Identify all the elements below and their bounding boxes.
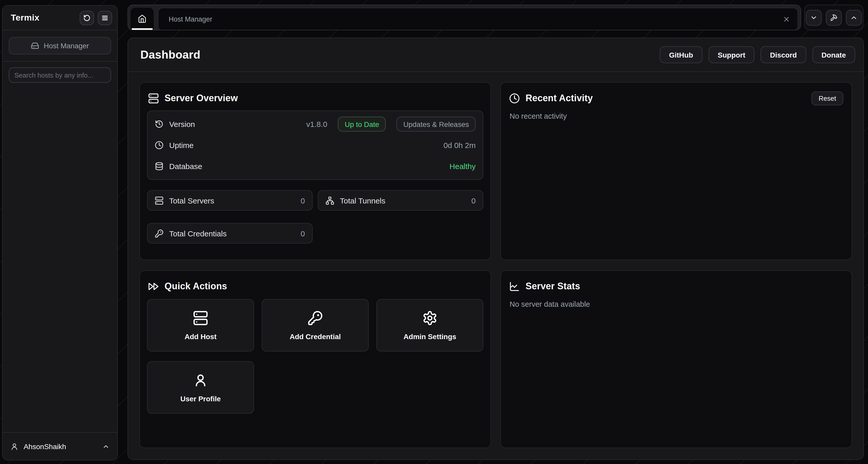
donate-button[interactable]: Donate [812, 46, 855, 63]
window-controls [804, 5, 863, 30]
gear-icon [422, 310, 438, 326]
tab-host-manager[interactable]: Host Manager [158, 8, 798, 30]
dashboard-content: Server Overview Version v1.8.0 Up to Dat… [128, 72, 863, 459]
quick-action-label: Add Host [185, 332, 216, 340]
brand-logo: Termix [11, 12, 39, 23]
database-icon [155, 162, 163, 171]
tools-button[interactable] [826, 9, 842, 26]
user-profile-button[interactable]: User Profile [147, 361, 254, 413]
fast-forward-icon [148, 281, 159, 292]
sidebar: Termix Host Manager [2, 5, 118, 460]
server-icon [148, 93, 159, 103]
recent-activity-card: Recent Activity Reset No recent activity [500, 82, 852, 260]
close-tab-icon[interactable] [783, 15, 790, 23]
quick-action-label: Add Credential [289, 332, 341, 340]
server-stats-empty-text: No server data available [509, 300, 843, 308]
server-stats-card: Server Stats No server data available [500, 270, 852, 448]
hard-drive-icon [31, 42, 39, 50]
app-root: Termix Host Manager [0, 0, 868, 464]
recent-activity-header: Recent Activity Reset [508, 92, 844, 104]
key-icon [308, 310, 323, 326]
stat-label: Total Tunnels [340, 196, 466, 205]
refresh-button[interactable] [80, 10, 94, 25]
stat-label: Total Servers [169, 196, 295, 205]
totals-grid: Total Servers 0 Total Tunnels 0 [147, 190, 484, 243]
total-credentials-tile: Total Credentials 0 [147, 223, 313, 243]
version-value: v1.8.0 [306, 120, 327, 129]
search-input[interactable] [9, 67, 111, 83]
stat-value: 0 [301, 229, 305, 238]
add-host-button[interactable]: Add Host [147, 299, 254, 352]
sidebar-section-host-manager: Host Manager [3, 30, 117, 62]
stat-value: 0 [301, 196, 305, 205]
up-to-date-badge: Up to Date [338, 117, 386, 132]
sidebar-item-host-manager[interactable]: Host Manager [9, 37, 111, 55]
sidebar-header-buttons [80, 10, 112, 25]
database-row: Database Healthy [155, 156, 476, 177]
card-title: Quick Actions [164, 281, 227, 292]
server-overview-card: Server Overview Version v1.8.0 Up to Dat… [140, 82, 491, 260]
version-label: Version [169, 120, 301, 129]
chevron-up-icon [850, 13, 858, 21]
rotate-ccw-icon [83, 14, 91, 21]
tab-home[interactable] [131, 8, 154, 30]
quick-actions-card: Quick Actions Add Host Add Credential [140, 270, 491, 448]
line-chart-icon [509, 281, 520, 292]
recent-activity-empty-text: No recent activity [509, 112, 843, 120]
stat-value: 0 [471, 196, 476, 205]
collapse-button[interactable] [806, 9, 822, 26]
tab-label: Host Manager [169, 15, 783, 23]
total-servers-tile: Total Servers 0 [147, 190, 313, 211]
version-row: Version v1.8.0 Up to Date Updates & Rele… [155, 113, 476, 135]
stat-label: Total Credentials [169, 229, 295, 238]
page-title: Dashboard [141, 48, 654, 61]
discord-button[interactable]: Discord [761, 46, 806, 63]
page-header: Dashboard GitHub Support Discord Donate [128, 38, 863, 72]
sidebar-header: Termix [3, 6, 117, 30]
quick-action-label: Admin Settings [403, 332, 456, 340]
username-label: AhsonShaikh [24, 442, 97, 451]
updates-releases-button[interactable]: Updates & Releases [397, 117, 476, 132]
quick-actions-grid: Add Host Add Credential Admin Settings [147, 299, 484, 413]
admin-settings-button[interactable]: Admin Settings [376, 299, 484, 352]
database-label: Database [169, 162, 444, 171]
key-icon [155, 229, 163, 238]
server-stats-header: Server Stats [508, 280, 844, 292]
reset-button[interactable]: Reset [811, 91, 843, 105]
user-menu[interactable]: AhsonShaikh [3, 432, 117, 460]
clock-icon [509, 93, 520, 103]
card-title: Recent Activity [526, 93, 593, 103]
network-icon [326, 196, 334, 205]
history-icon [155, 120, 163, 129]
expand-button[interactable] [846, 9, 862, 26]
uptime-label: Uptime [169, 141, 438, 150]
uptime-value: 0d 0h 2m [443, 141, 476, 150]
sidebar-item-label: Host Manager [44, 42, 89, 50]
total-tunnels-tile: Total Tunnels 0 [318, 190, 484, 211]
tab-bar: Host Manager [127, 5, 801, 30]
chevron-up-icon [102, 443, 110, 450]
system-status-list: Version v1.8.0 Up to Date Updates & Rele… [147, 110, 484, 180]
hammer-icon [830, 13, 838, 21]
chevron-down-icon [810, 13, 817, 21]
card-title: Server Overview [164, 93, 238, 103]
support-button[interactable]: Support [709, 46, 755, 63]
add-credential-button[interactable]: Add Credential [262, 299, 369, 352]
database-status-badge: Healthy [450, 162, 476, 171]
server-icon [193, 310, 208, 326]
card-title: Server Stats [526, 281, 580, 292]
quick-action-label: User Profile [180, 394, 221, 403]
server-overview-header: Server Overview [147, 92, 484, 104]
server-icon [155, 196, 163, 205]
home-icon [138, 14, 147, 23]
main-panel: Dashboard GitHub Support Discord Donate … [127, 37, 864, 460]
user-icon [10, 442, 19, 451]
quick-actions-header: Quick Actions [147, 280, 484, 292]
menu-button[interactable] [98, 10, 112, 25]
user-icon [193, 372, 208, 388]
github-button[interactable]: GitHub [660, 46, 702, 63]
uptime-row: Uptime 0d 0h 2m [155, 135, 476, 156]
menu-icon [101, 14, 108, 21]
clock-icon [155, 141, 163, 150]
sidebar-section-search [3, 62, 117, 88]
